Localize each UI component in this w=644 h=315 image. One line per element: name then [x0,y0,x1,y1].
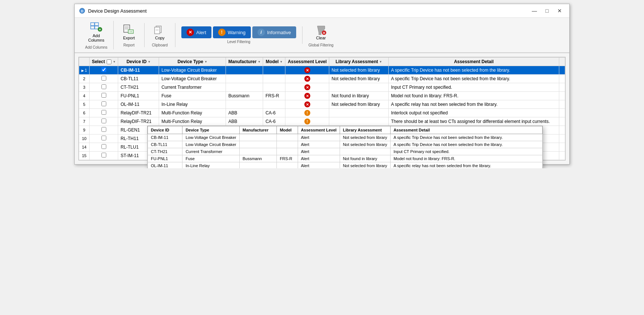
clipboard-cell: A specific relay has not been selected f… [390,162,542,169]
toolbar: + AddColumns Add Columns [75,18,569,53]
row-checkbox[interactable] [101,76,106,81]
clipboard-table: Device ID Device Type Manufacturer Model… [148,126,543,168]
row-scroll-spacer [559,143,565,152]
table-row[interactable]: 2CB-TL11Low-Voltage Circuit Breaker✕Not … [79,75,565,83]
alert-icon: ✕ [187,29,194,36]
row-library-assessment: Not found in library [329,92,389,100]
warning-filter-button[interactable]: ! Warning [213,26,251,38]
maximize-button[interactable]: □ [542,7,552,14]
row-checkbox[interactable] [101,144,106,149]
close-button[interactable]: ✕ [554,7,565,14]
row-device-id: CT-TH21 [118,83,159,92]
clipboard-th-model: Model [276,126,298,134]
row-assessment-level: ! [285,109,329,117]
clipboard-row: FU-PNL1FuseBussmannFRS-RAlertNot found i… [148,155,543,162]
th-select[interactable]: Select▼ [90,58,118,66]
table-row[interactable]: 5OL-IM-11In-Line Relay✕Not selected from… [79,100,565,109]
window-title: Device Design Assessment [88,8,147,14]
row-manufacturer [226,66,263,75]
clipboard-cell: Current Transformer [182,148,239,155]
row-checkbox-cell[interactable] [90,66,118,75]
row-checkbox[interactable] [101,136,106,140]
add-columns-button[interactable]: + AddColumns [86,21,106,44]
row-checkbox-cell[interactable] [90,75,118,83]
row-checkbox-cell[interactable] [90,143,118,152]
main-area: Select▼ Device ID▼ Device Type▼ Manufact… [75,53,569,164]
row-library-assessment: Not selected from library [329,75,389,83]
row-checkbox-cell[interactable] [90,83,118,92]
row-scroll-spacer [559,134,565,143]
clear-button[interactable]: ✕ Clear [312,23,330,42]
row-scroll-spacer [559,92,565,100]
row-checkbox[interactable] [101,153,106,158]
row-device-type: Multi-Function Relay [159,109,226,117]
copy-button[interactable]: Copy [151,23,169,42]
svg-text:✕: ✕ [323,31,326,35]
row-model: CA-6 [263,109,285,117]
clipboard-cell: Fuse [182,155,239,162]
row-checkbox-cell[interactable] [90,109,118,117]
toolbar-group-report: → Export Report [114,23,145,47]
warning-label: Warning [228,30,246,35]
row-checkbox[interactable] [101,127,106,132]
copy-icon [154,25,166,35]
table-row[interactable]: 3CT-TH21Current Transformer✕Input CT Pri… [79,83,565,92]
row-checkbox[interactable] [101,101,106,106]
row-indicator: 3 [79,83,90,92]
minimize-button[interactable]: — [529,7,540,14]
row-device-id: CB-TL11 [118,75,159,83]
clipboard-cell [276,141,298,148]
row-checkbox-cell[interactable] [90,117,118,126]
select-all-checkbox[interactable] [107,59,111,64]
row-scroll-spacer [559,100,565,109]
alert-level-icon: ✕ [304,93,310,99]
table-header-row: Select▼ Device ID▼ Device Type▼ Manufact… [79,58,565,66]
row-assessment-level: ! [285,117,329,126]
alert-filter-button[interactable]: ✕ Alert [181,26,211,38]
row-scroll-spacer [559,109,565,117]
th-library-assessment[interactable]: Library Assessment▼ [329,58,389,66]
th-device-type[interactable]: Device Type▼ [159,58,226,66]
th-assessment-level[interactable]: Assessment Level [285,58,329,66]
table-row[interactable]: 7RelayDIF-TR21Multi-Function RelayABBCA-… [79,117,565,126]
clipboard-th-library-assessment: Library Assessment [340,126,390,134]
row-checkbox-cell[interactable] [90,126,118,134]
th-manufacturer[interactable]: Manufacturer▼ [226,58,263,66]
clipboard-th-device-type: Device Type [182,126,239,134]
row-checkbox-cell[interactable] [90,134,118,143]
row-checkbox-cell[interactable] [90,152,118,160]
row-assessment-detail: Interlock output not specified [389,109,559,117]
clipboard-popup: Device ID Device Type Manufacturer Model… [147,126,543,168]
row-checkbox[interactable] [101,118,106,123]
row-checkbox[interactable] [101,67,106,72]
clipboard-cell: Alert [298,148,340,155]
clipboard-cell: Input CT Primary not specified. [390,148,542,155]
warning-level-icon: ! [304,110,310,116]
th-assessment-detail[interactable]: Assessment Detail [389,58,559,66]
row-checkbox[interactable] [101,84,106,89]
th-model[interactable]: Model▼ [263,58,285,66]
table-row[interactable]: ▶1CB-IM-11Low-Voltage Circuit Breaker✕No… [79,66,565,75]
row-checkbox-cell[interactable] [90,92,118,100]
add-columns-label: AddColumns [88,33,104,42]
info-filter-button[interactable]: i Informative [252,26,296,38]
row-checkbox[interactable] [101,110,106,115]
th-device-id[interactable]: Device ID▼ [118,58,159,66]
row-model: CA-6 [263,117,285,126]
row-library-assessment: Not selected from library [329,66,389,75]
row-indicator: 6 [79,109,90,117]
row-model [263,100,285,109]
table-row[interactable]: 6RelayDIF-TR21Multi-Function RelayABBCA-… [79,109,565,117]
row-indicator: 14 [79,143,90,152]
table-row[interactable]: 4FU-PNL1FuseBussmannFRS-R✕Not found in l… [79,92,565,100]
clipboard-cell [239,162,276,169]
svg-text:D: D [81,9,84,13]
row-device-type: In-Line Relay [159,100,226,109]
row-checkbox-cell[interactable] [90,100,118,109]
export-button[interactable]: → Export [120,23,138,42]
clipboard-cell: In-Line Relay [182,162,239,169]
clipboard-cell: Bussmann [239,155,276,162]
clipboard-cell: Not selected from library [340,162,390,169]
row-checkbox[interactable] [101,93,106,98]
row-library-assessment [329,109,389,117]
